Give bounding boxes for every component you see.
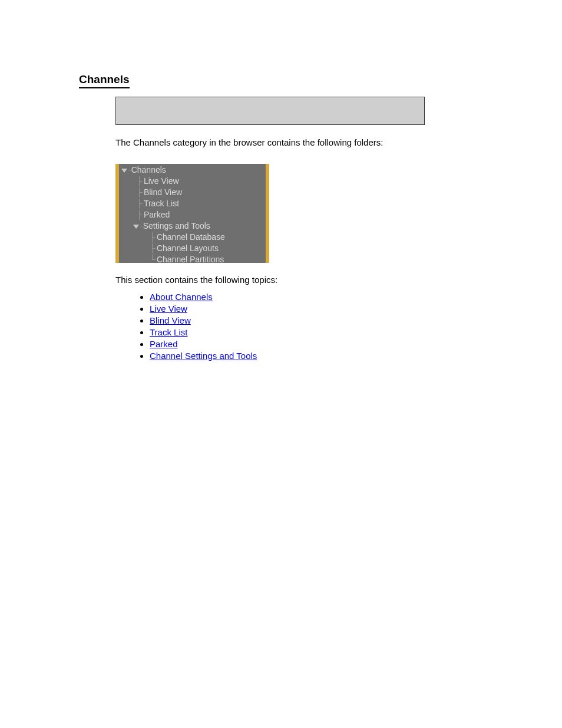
list-item: Blind View bbox=[150, 315, 491, 325]
link-track-list[interactable]: Track List bbox=[150, 327, 187, 337]
browser-tree-screenshot: -Channels ├Live View ├Blind View ├Track … bbox=[115, 164, 269, 263]
list-item: Channel Settings and Tools bbox=[150, 351, 491, 361]
tree-item-parked: ├Parked bbox=[137, 210, 170, 219]
tree-item-channel-layouts: ├Channel Layouts bbox=[150, 243, 219, 253]
link-about-channels[interactable]: About Channels bbox=[150, 292, 213, 302]
expand-triangle-icon bbox=[133, 225, 139, 229]
list-item: Parked bbox=[150, 339, 491, 349]
expand-triangle-icon bbox=[121, 169, 127, 173]
topics-intro-text: This section contains the following topi… bbox=[115, 275, 491, 285]
channels-heading: Channels bbox=[79, 73, 130, 88]
link-live-view[interactable]: Live View bbox=[150, 304, 187, 314]
list-item: Live View bbox=[150, 304, 491, 314]
intro-paragraph: The Channels category in the browser con… bbox=[115, 137, 425, 149]
list-item: Track List bbox=[150, 327, 491, 337]
tree-sub-root-settings: -Settings and Tools bbox=[133, 221, 210, 230]
tree-item-blind-view: ├Blind View bbox=[137, 187, 182, 197]
link-blind-view[interactable]: Blind View bbox=[150, 315, 191, 325]
link-parked[interactable]: Parked bbox=[150, 339, 178, 349]
tree-item-track-list: ├Track List bbox=[137, 199, 179, 208]
tree-root-channels: -Channels bbox=[121, 165, 166, 174]
tree-item-live-view: ├Live View bbox=[137, 176, 179, 186]
tree-item-channel-partitions: └Channel Partitions bbox=[150, 255, 224, 263]
list-item: About Channels bbox=[150, 292, 491, 302]
topics-list: About Channels Live View Blind View Trac… bbox=[150, 292, 491, 361]
tree-item-channel-database: ├Channel Database bbox=[150, 232, 225, 242]
link-channel-settings-tools[interactable]: Channel Settings and Tools bbox=[150, 351, 257, 361]
navigation-strip-box bbox=[115, 97, 425, 125]
